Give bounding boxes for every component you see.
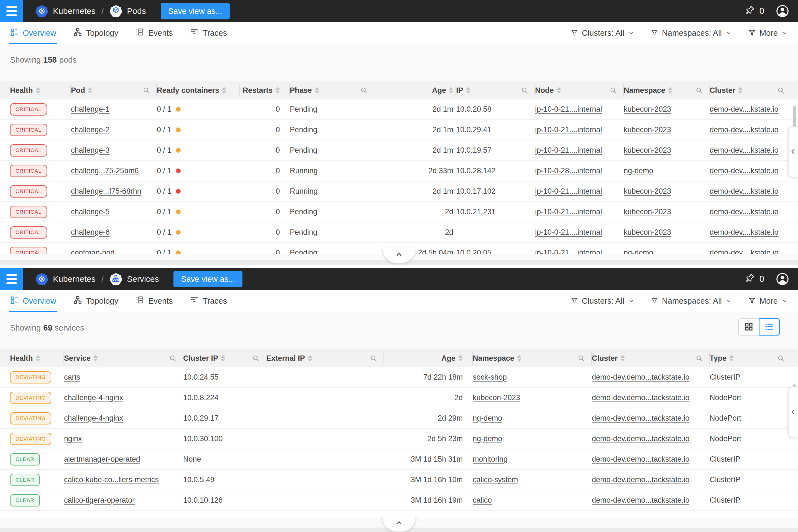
service-link[interactable]: challenge-4-nginx: [64, 414, 123, 422]
breadcrumb-view[interactable]: Pods: [127, 6, 146, 16]
namespace-link[interactable]: kubecon-2023: [624, 105, 671, 114]
cluster-link[interactable]: demo-dev....kstate.io: [709, 167, 779, 175]
namespace-link[interactable]: kubecon-2023: [624, 228, 671, 236]
sort-icon[interactable]: [517, 355, 521, 362]
search-icon[interactable]: [777, 86, 785, 95]
sort-icon[interactable]: [93, 355, 98, 362]
breadcrumb-app[interactable]: Kubernetes: [53, 274, 95, 284]
search-icon[interactable]: [369, 354, 378, 363]
service-link[interactable]: calico-kube-co...llers-metrics: [64, 475, 159, 484]
pod-link[interactable]: confmap-pod: [71, 249, 115, 254]
user-avatar-button[interactable]: [776, 4, 789, 18]
column-header-phase[interactable]: Phase: [290, 84, 374, 97]
service-link[interactable]: challenge-4-nginx: [64, 394, 123, 402]
sort-icon[interactable]: [36, 87, 40, 94]
tab-overview[interactable]: Overview: [10, 22, 56, 44]
column-header-node[interactable]: Node: [535, 84, 624, 97]
namespace-link[interactable]: ng-demo: [624, 167, 653, 175]
sort-icon[interactable]: [36, 355, 40, 362]
more-filter[interactable]: More: [748, 297, 788, 306]
node-link[interactable]: ip-10-0-21....internal: [535, 126, 602, 134]
save-view-button[interactable]: Save view as...: [173, 271, 243, 287]
sort-icon[interactable]: [276, 87, 280, 94]
node-link[interactable]: ip-10-0-21....internal: [535, 146, 602, 155]
node-link[interactable]: ip-10-0-28....internal: [535, 167, 602, 175]
sort-icon[interactable]: [308, 355, 312, 362]
column-header-age[interactable]: Age: [384, 352, 473, 365]
sort-icon[interactable]: [621, 355, 625, 362]
tab-overview[interactable]: Overview: [10, 290, 56, 312]
grid-view-button[interactable]: [738, 318, 759, 336]
column-header-ready[interactable]: Ready containers: [157, 84, 240, 97]
pod-link[interactable]: challenge-3: [71, 146, 110, 155]
tab-events[interactable]: Events: [135, 290, 173, 312]
column-header-service[interactable]: Service: [64, 352, 183, 365]
service-link[interactable]: carts: [64, 373, 80, 382]
sort-icon[interactable]: [738, 87, 743, 94]
column-header-health[interactable]: Health: [10, 352, 64, 365]
search-icon[interactable]: [142, 86, 151, 95]
tab-topology[interactable]: Topology: [73, 22, 118, 44]
cluster-link[interactable]: demo-dev....kstate.io: [709, 146, 779, 155]
namespace-link[interactable]: calico-system: [473, 475, 518, 484]
node-link[interactable]: ip-10-0-21....internal: [535, 187, 602, 196]
sort-icon[interactable]: [315, 87, 319, 94]
service-link[interactable]: calico-tigera-operator: [64, 496, 135, 505]
pod-link[interactable]: challenge-5: [71, 208, 110, 216]
node-link[interactable]: ip-10-0-21....internal: [535, 228, 602, 236]
search-icon[interactable]: [169, 354, 177, 363]
cluster-link[interactable]: demo-dev....kstate.io: [709, 208, 779, 216]
cluster-link[interactable]: demo-dev....kstate.io: [709, 249, 779, 254]
breadcrumb-view[interactable]: Services: [127, 274, 159, 284]
namespace-link[interactable]: kubecon-2023: [473, 394, 520, 402]
search-icon[interactable]: [577, 354, 586, 363]
cluster-link[interactable]: demo-dev.demo...tackstate.io: [592, 475, 689, 484]
breadcrumb-app[interactable]: Kubernetes: [53, 6, 95, 16]
namespace-link[interactable]: kubecon-2023: [624, 126, 671, 134]
sort-icon[interactable]: [88, 87, 92, 94]
cluster-link[interactable]: demo-dev.demo...tackstate.io: [592, 455, 689, 463]
namespace-link[interactable]: ng-demo: [473, 435, 502, 443]
cluster-link[interactable]: demo-dev....kstate.io: [709, 228, 779, 236]
tab-traces[interactable]: Traces: [190, 290, 227, 312]
namespaces-filter[interactable]: Namespaces: All: [651, 28, 732, 38]
pin-button[interactable]: 0: [745, 273, 764, 285]
tab-events[interactable]: Events: [135, 22, 173, 44]
clusters-filter[interactable]: Clusters: All: [571, 28, 634, 38]
namespaces-filter[interactable]: Namespaces: All: [651, 297, 732, 306]
namespace-link[interactable]: sock-shop: [473, 373, 507, 382]
cluster-link[interactable]: demo-dev.demo...tackstate.io: [592, 496, 689, 505]
service-link[interactable]: alertmanager-operated: [64, 455, 140, 463]
pod-link[interactable]: challeng...75-25bm6: [71, 167, 139, 175]
namespace-link[interactable]: kubecon-2023: [624, 187, 671, 196]
list-view-button[interactable]: [759, 318, 780, 336]
sort-icon[interactable]: [222, 87, 226, 94]
user-avatar-button[interactable]: [776, 272, 789, 286]
search-icon[interactable]: [695, 86, 704, 95]
cluster-link[interactable]: demo-dev.demo...tackstate.io: [592, 373, 689, 382]
sort-icon[interactable]: [458, 355, 463, 362]
column-header-health[interactable]: Health: [10, 84, 71, 97]
search-icon[interactable]: [252, 354, 260, 363]
save-view-button[interactable]: Save view as...: [161, 3, 230, 19]
namespace-link[interactable]: ng-demo: [473, 414, 502, 422]
sort-icon[interactable]: [221, 355, 225, 362]
pin-button[interactable]: 0: [745, 5, 764, 17]
search-icon[interactable]: [777, 354, 785, 363]
column-header-pod[interactable]: Pod: [71, 84, 157, 97]
menu-button[interactable]: [0, 268, 23, 290]
sort-icon[interactable]: [729, 355, 734, 362]
search-icon[interactable]: [609, 86, 618, 95]
column-header-ip[interactable]: IP: [456, 84, 535, 97]
right-panel-toggle[interactable]: [788, 126, 798, 177]
column-header-cluster[interactable]: Cluster: [709, 84, 791, 97]
column-header-namespace[interactable]: Namespace: [624, 84, 709, 97]
sort-icon[interactable]: [668, 87, 672, 94]
sort-icon[interactable]: [557, 87, 561, 94]
column-header-restarts[interactable]: Restarts: [240, 84, 290, 97]
right-panel-toggle[interactable]: [788, 386, 798, 438]
pod-link[interactable]: challenge-1: [71, 105, 110, 114]
column-header-cluster[interactable]: Cluster: [592, 352, 709, 365]
cluster-link[interactable]: demo-dev....kstate.io: [709, 187, 779, 196]
namespace-link[interactable]: monitoring: [473, 455, 508, 463]
